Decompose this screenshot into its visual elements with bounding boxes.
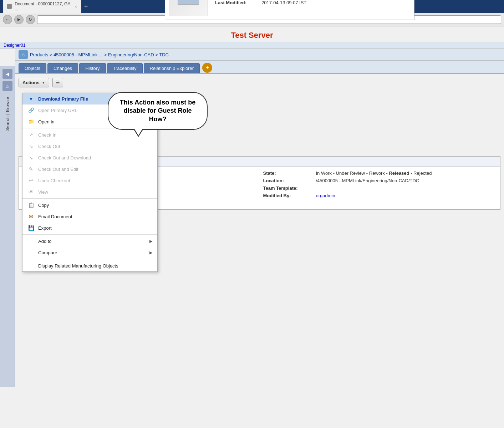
breadcrumb-tdc[interactable]: TDC bbox=[159, 52, 169, 57]
forward-button[interactable]: ▶ bbox=[14, 15, 24, 24]
menu-item-undo-checkout-label: Undo Checkout bbox=[38, 178, 70, 183]
folder-icon: 📁 bbox=[27, 118, 35, 125]
menu-item-copy[interactable]: 📋 Copy bbox=[22, 199, 157, 211]
check-out-edit-icon: ✎ bbox=[27, 165, 35, 173]
browser-tab[interactable]: Document - 0000001127, GA ... × bbox=[3, 0, 81, 14]
menu-item-open-url-label: Open Primary URL bbox=[38, 108, 77, 113]
team-template-label: Team Template: bbox=[263, 185, 313, 191]
refresh-button[interactable]: ↻ bbox=[26, 15, 35, 24]
breadcrumb-text: Products > 45000005 - MPMLink ... > Engi… bbox=[30, 52, 169, 57]
sidebar-toggle-button[interactable]: ◀ bbox=[2, 69, 12, 79]
tab-changes[interactable]: Changes bbox=[47, 63, 78, 73]
menu-item-export-label: Export bbox=[38, 225, 52, 231]
actions-button[interactable]: Actions ▼ bbox=[19, 78, 49, 87]
actions-area: Actions ▼ ☰ This Action also must be dis… bbox=[15, 74, 504, 78]
actions-arrow-icon: ▼ bbox=[42, 81, 45, 85]
menu-item-export[interactable]: 💾 Export bbox=[22, 222, 157, 234]
sys-modified-by-value: orgadmin bbox=[316, 193, 335, 198]
main-content: ⌂ Products > 45000005 - MPMLink ... > En… bbox=[15, 49, 504, 210]
menu-separator-4 bbox=[22, 259, 157, 259]
menu-item-check-out-label: Check Out bbox=[38, 144, 60, 149]
bubble-action-text: This Action also must be disable for Gue… bbox=[120, 99, 195, 123]
location-label: Location: bbox=[263, 178, 313, 183]
left-sidebar: ◀ ⌂ Search | Browse bbox=[0, 66, 15, 387]
sidebar-home-button[interactable]: ⌂ bbox=[2, 81, 12, 91]
breadcrumb-engineering[interactable]: Engineering/Non-CAD bbox=[108, 52, 154, 57]
general-fields: Name: Status: Checked in Primary Content… bbox=[215, 0, 411, 16]
sys-modified-by-label: Modified By: bbox=[263, 193, 313, 198]
menu-separator-3 bbox=[22, 234, 157, 235]
action-speech-bubble: This Action also must be disable for Gue… bbox=[108, 92, 208, 130]
tab-icon bbox=[7, 4, 12, 9]
menu-item-display-mfg[interactable]: Display Related Manufacturing Objects bbox=[22, 260, 157, 271]
sys-modified-by-row: Modified By: orgadmin bbox=[263, 193, 495, 198]
tabs-row: Objects Changes History Traceability Rel… bbox=[15, 61, 504, 74]
menu-item-compare-label: Compare bbox=[38, 250, 57, 255]
menu-item-check-in-label: Check In bbox=[38, 132, 56, 138]
tab-objects[interactable]: Objects bbox=[19, 63, 46, 73]
tab-close-button[interactable]: × bbox=[75, 4, 77, 9]
state-row: State: In Work - Under Review - Rework -… bbox=[263, 170, 495, 176]
server-title: Test Server bbox=[0, 26, 504, 42]
menu-item-view-label: View bbox=[38, 189, 48, 195]
sidebar-search-label: Search | Browse bbox=[5, 97, 10, 131]
menu-item-copy-label: Copy bbox=[38, 203, 49, 208]
location-value: /45000005 - MPMLink/Engineering/Non-CAD/… bbox=[316, 178, 419, 183]
add-tab-button[interactable]: + bbox=[202, 63, 212, 73]
actions-label: Actions bbox=[22, 80, 40, 85]
menu-item-download-label: Download Primary File bbox=[38, 96, 88, 102]
last-modified-field-row: Last Modified: 2017-04-13 09:07 IST bbox=[215, 0, 411, 5]
menu-item-check-out-download[interactable]: ↘ Check Out and Download bbox=[22, 152, 157, 163]
new-tab-button[interactable]: + bbox=[84, 3, 88, 10]
state-label: State: bbox=[263, 170, 313, 176]
export-icon: 💾 bbox=[27, 224, 35, 231]
compare-arrow-icon: ▶ bbox=[149, 250, 152, 255]
list-view-button[interactable]: ☰ bbox=[52, 78, 63, 87]
document-thumbnail: PDF bbox=[169, 0, 208, 16]
menu-item-add-to-label: Add to bbox=[38, 239, 52, 244]
menu-item-open-in-label: Open in bbox=[38, 119, 55, 124]
last-modified-value: 2017-04-13 09:07 IST bbox=[261, 0, 306, 5]
menu-item-view[interactable]: 👁 View bbox=[22, 186, 157, 198]
app-container: Test Server Designer01 ◀ ⌂ Search | Brow… bbox=[0, 26, 504, 428]
tab-traceability[interactable]: Traceability bbox=[107, 63, 143, 73]
menu-item-check-out-download-label: Check Out and Download bbox=[38, 155, 91, 160]
menu-item-email-document[interactable]: ✉ Email Document bbox=[22, 211, 157, 222]
check-out-download-icon: ↘ bbox=[27, 154, 35, 161]
tab-relationship-explorer[interactable]: Relationship Explorer bbox=[144, 63, 200, 73]
menu-item-check-out-edit[interactable]: ✎ Check Out and Edit bbox=[22, 163, 157, 175]
team-template-row: Team Template: bbox=[263, 185, 495, 191]
menu-separator-2 bbox=[22, 198, 157, 199]
menu-item-add-to[interactable]: Add to ▶ bbox=[22, 235, 157, 247]
last-modified-label: Last Modified: bbox=[215, 0, 261, 5]
menu-item-check-out[interactable]: ↘ Check Out bbox=[22, 141, 157, 152]
menu-item-check-out-edit-label: Check Out and Edit bbox=[38, 167, 78, 172]
home-button[interactable]: ⌂ bbox=[19, 50, 28, 59]
user-bar: Designer01 bbox=[0, 42, 504, 49]
menu-item-email-label: Email Document bbox=[38, 214, 72, 219]
check-in-icon: ↗ bbox=[27, 131, 35, 138]
back-button[interactable]: ← bbox=[3, 15, 12, 24]
username: Designer01 bbox=[4, 43, 25, 48]
menu-item-undo-checkout[interactable]: ↩ Undo Checkout bbox=[22, 175, 157, 186]
location-row: Location: /45000005 - MPMLink/Engineerin… bbox=[263, 178, 495, 183]
breadcrumb-products[interactable]: Products bbox=[30, 52, 48, 57]
actions-wrapper: Actions ▼ ☰ This Action also must be dis… bbox=[19, 78, 500, 87]
tab-title: Document - 0000001127, GA ... bbox=[15, 1, 72, 11]
undo-icon: ↩ bbox=[27, 177, 35, 184]
breadcrumb-45000005[interactable]: 45000005 - MPMLink ... bbox=[54, 52, 103, 57]
add-to-arrow-icon: ▶ bbox=[149, 239, 152, 244]
general-content: PDF Name: Status: Checked in bbox=[165, 0, 414, 20]
view-icon: 👁 bbox=[27, 188, 35, 195]
menu-item-compare[interactable]: Compare ▶ bbox=[22, 247, 157, 258]
compare-icon bbox=[27, 249, 35, 256]
check-out-icon: ↘ bbox=[27, 143, 35, 150]
general-section: General PDF Name: bbox=[165, 0, 414, 20]
email-icon: ✉ bbox=[27, 213, 35, 220]
state-value: In Work - Under Review - Rework - Releas… bbox=[316, 170, 432, 176]
add-to-icon bbox=[27, 238, 35, 245]
link-icon: 🔗 bbox=[27, 107, 35, 114]
tab-history[interactable]: History bbox=[79, 63, 106, 73]
mfg-icon bbox=[27, 262, 35, 269]
breadcrumb: ⌂ Products > 45000005 - MPMLink ... > En… bbox=[15, 49, 504, 61]
